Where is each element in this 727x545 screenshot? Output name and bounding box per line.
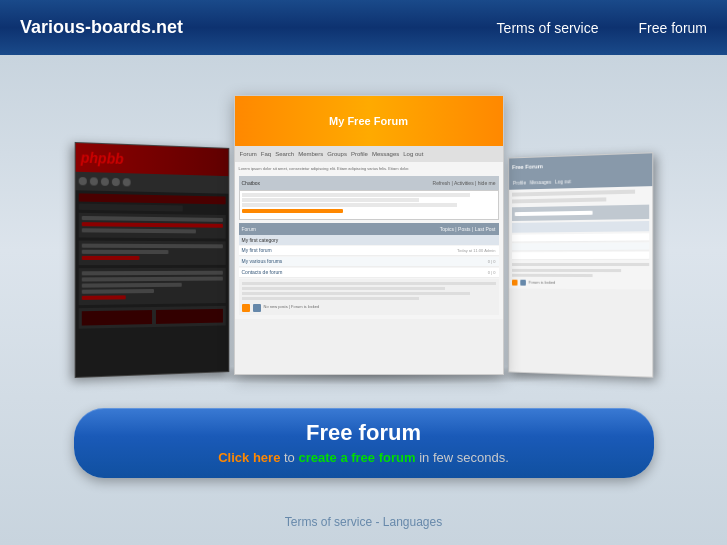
col-forum: Forum <box>242 226 256 232</box>
cta-suffix: in few seconds. <box>419 450 509 465</box>
chatbox-label: Chatbox <box>242 180 261 186</box>
nav-item-search: Search <box>275 151 294 157</box>
right-section-1 <box>511 221 648 233</box>
nav-item-profile: Profile <box>351 151 368 157</box>
category-title: My first category <box>242 237 279 243</box>
right-nav-logout: Log out <box>555 178 571 184</box>
screenshots-area: phpbb <box>39 75 689 375</box>
dark-nav-dot-2 <box>89 177 97 185</box>
cta-click-here[interactable]: Click here <box>218 450 280 465</box>
right-body: Forum is locked <box>509 186 652 289</box>
lorem-text: Lorem ipsum dolor sit amet, consectetur … <box>239 166 499 172</box>
cta-to: to <box>284 450 298 465</box>
right-table-row-3 <box>511 252 648 260</box>
cta-container: Free forum Click here to create a free f… <box>20 408 707 478</box>
dark-nav-dot-4 <box>111 178 119 186</box>
forum-name-2: My various forums <box>242 258 416 264</box>
screenshot-dark-theme: phpbb <box>74 142 229 378</box>
chatbox-controls: Refresh | Activities | hide me <box>433 180 496 186</box>
forum-row-2: My various forums 0 | 0 <box>239 257 499 267</box>
forum-stats-3: 0 | 0 <box>416 270 496 275</box>
dark-logo: phpbb <box>80 149 123 167</box>
cta-subtitle: Click here to create a free forum in few… <box>218 450 509 465</box>
footer: Terms of service - Languages <box>285 512 442 530</box>
nav-item-groups: Groups <box>327 151 347 157</box>
stats-section: No new posts | Forum is locked <box>239 279 499 315</box>
forum-stats-2: 0 | 0 <box>416 259 496 264</box>
nav-item-members: Members <box>298 151 323 157</box>
orange-banner-title: My Free Forum <box>329 115 408 127</box>
forum-row-1: My first forum Today at 11:00 Admin <box>239 246 499 256</box>
col-counts: Topics | Posts | Last Post <box>440 226 496 232</box>
header-nav: Terms of service Free forum <box>497 20 707 36</box>
screenshot-orange-theme: My Free Forum Forum Faq Search Members G… <box>234 95 504 375</box>
right-table-row-2 <box>511 242 648 251</box>
cta-button[interactable]: Free forum Click here to create a free f… <box>74 408 654 478</box>
cta-title: Free forum <box>306 420 421 446</box>
right-table-row-1 <box>511 233 648 242</box>
nav-item-messages: Messages <box>372 151 399 157</box>
nav-terms[interactable]: Terms of service <box>497 20 599 36</box>
nav-free-forum[interactable]: Free forum <box>639 20 707 36</box>
footer-separator: - <box>375 515 382 529</box>
right-forum-title: Free Forum <box>511 163 542 170</box>
footer-links: Terms of service - Languages <box>285 515 442 529</box>
cta-create-free[interactable]: create a free forum <box>298 450 415 465</box>
chatbox-bar: Chatbox Refresh | Activities | hide me <box>239 176 499 190</box>
nav-item-forum: Forum <box>240 151 257 157</box>
right-nav-profile: Profile <box>512 180 525 186</box>
right-nav-messages: Messages <box>529 179 550 186</box>
orange-nav: Forum Faq Search Members Groups Profile … <box>235 146 503 162</box>
nav-item-faq: Faq <box>261 151 271 157</box>
right-legend-icon-2 <box>520 280 526 286</box>
forum-stats-1: Today at 11:00 Admin <box>416 248 496 253</box>
footer-languages[interactable]: Languages <box>383 515 442 529</box>
center-body: Lorem ipsum dolor sit amet, consectetur … <box>235 162 503 319</box>
footer-terms[interactable]: Terms of service <box>285 515 372 529</box>
nav-item-logout: Log out <box>403 151 423 157</box>
header: Various-boards.net Terms of service Free… <box>0 0 727 55</box>
forum-name-1: My first forum <box>242 247 416 253</box>
dark-nav-dot-1 <box>78 177 86 185</box>
forum-row-3: Contacts de forum 0 | 0 <box>239 268 499 278</box>
site-title: Various-boards.net <box>20 17 183 38</box>
right-legend-icon-1 <box>511 280 517 286</box>
chatbox-content <box>239 190 499 220</box>
forum-category-header: My first category <box>239 235 499 245</box>
screenshot-right-theme: Free Forum Profile Messages Log out <box>508 152 653 377</box>
legend-text: No new posts | Forum is locked <box>264 304 320 310</box>
right-legend: Forum is locked <box>528 280 555 286</box>
main-content: phpbb <box>0 55 727 545</box>
dark-nav-dot-3 <box>100 178 108 186</box>
forum-table-header: Forum Topics | Posts | Last Post <box>239 223 499 235</box>
dark-nav-dot-5 <box>122 178 130 186</box>
forum-name-3: Contacts de forum <box>242 269 416 275</box>
orange-banner: My Free Forum <box>235 96 503 146</box>
